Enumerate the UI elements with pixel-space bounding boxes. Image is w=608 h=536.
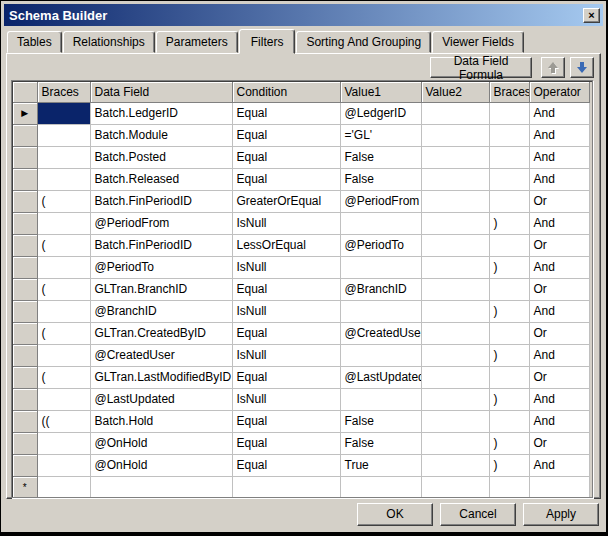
filters-grid[interactable]: BracesData FieldConditionValue1Value2Bra…	[11, 80, 593, 498]
grid-cell-value2[interactable]	[421, 388, 489, 410]
grid-cell-value2[interactable]	[421, 476, 489, 498]
grid-cell-braces-open[interactable]	[37, 476, 90, 498]
row-selector[interactable]	[13, 234, 37, 256]
row-selector[interactable]	[13, 432, 37, 454]
grid-cell-braces-open[interactable]: (	[37, 190, 90, 212]
row-selector[interactable]	[13, 256, 37, 278]
grid-cell-value1[interactable]	[340, 476, 421, 498]
tab-relationships[interactable]: Relationships	[63, 31, 155, 53]
grid-cell-data-field[interactable]: @OnHold	[90, 454, 232, 476]
grid-cell-condition[interactable]: IsNull	[232, 300, 340, 322]
grid-header-value1-4[interactable]: Value1	[340, 82, 421, 102]
grid-cell-braces-close[interactable]: )	[489, 432, 529, 454]
grid-cell-value2[interactable]	[421, 234, 489, 256]
grid-cell-operator[interactable]: Or	[529, 366, 589, 388]
row-selector[interactable]	[13, 322, 37, 344]
tab-parameters[interactable]: Parameters	[156, 31, 238, 53]
row-selector[interactable]	[13, 366, 37, 388]
grid-cell-condition[interactable]: Equal	[232, 102, 340, 124]
grid-cell-condition[interactable]: Equal	[232, 454, 340, 476]
grid-cell-data-field[interactable]: @LastUpdated	[90, 388, 232, 410]
grid-cell-data-field[interactable]: @PeriodTo	[90, 256, 232, 278]
grid-cell-data-field[interactable]	[90, 476, 232, 498]
grid-cell-value1[interactable]	[340, 388, 421, 410]
grid-cell-braces-open[interactable]	[37, 432, 90, 454]
grid-cell-value1[interactable]	[340, 300, 421, 322]
grid-cell-operator[interactable]: And	[529, 300, 589, 322]
tab-sorting-and-grouping[interactable]: Sorting And Grouping	[296, 31, 431, 53]
grid-cell-operator[interactable]: Or	[529, 234, 589, 256]
grid-cell-data-field[interactable]: Batch.Released	[90, 168, 232, 190]
grid-cell-condition[interactable]: IsNull	[232, 344, 340, 366]
grid-cell-condition[interactable]: Equal	[232, 124, 340, 146]
grid-cell-braces-close[interactable]	[489, 322, 529, 344]
grid-cell-value2[interactable]	[421, 366, 489, 388]
grid-cell-value1[interactable]: @LastUpdated	[340, 366, 421, 388]
grid-cell-value1[interactable]: @PeriodTo	[340, 234, 421, 256]
grid-cell-data-field[interactable]: Batch.FinPeriodID	[90, 234, 232, 256]
row-selector[interactable]	[13, 168, 37, 190]
grid-cell-braces-open[interactable]	[37, 212, 90, 234]
grid-cell-operator[interactable]: And	[529, 454, 589, 476]
grid-cell-value2[interactable]	[421, 190, 489, 212]
grid-cell-value1[interactable]: @PeriodFrom	[340, 190, 421, 212]
grid-cell-condition[interactable]: Equal	[232, 410, 340, 432]
move-down-button[interactable]	[570, 57, 594, 78]
grid-cell-value1[interactable]: False	[340, 432, 421, 454]
grid-cell-data-field[interactable]: Batch.Hold	[90, 410, 232, 432]
grid-cell-braces-open[interactable]	[37, 454, 90, 476]
row-selector[interactable]	[13, 124, 37, 146]
grid-cell-braces-open[interactable]	[37, 146, 90, 168]
tab-filters[interactable]: Filters	[239, 29, 296, 54]
grid-cell-value1[interactable]: ='GL'	[340, 124, 421, 146]
grid-cell-data-field[interactable]: @CreatedUser	[90, 344, 232, 366]
row-selector[interactable]	[13, 300, 37, 322]
grid-cell-braces-open[interactable]	[37, 344, 90, 366]
grid-cell-value2[interactable]	[421, 212, 489, 234]
grid-cell-operator[interactable]: Or	[529, 432, 589, 454]
grid-cell-data-field[interactable]: @PeriodFrom	[90, 212, 232, 234]
row-selector[interactable]	[13, 212, 37, 234]
row-selector[interactable]	[13, 278, 37, 300]
grid-cell-condition[interactable]: IsNull	[232, 212, 340, 234]
grid-cell-value2[interactable]	[421, 410, 489, 432]
grid-cell-braces-close[interactable]	[489, 190, 529, 212]
new-row-selector[interactable]: *	[13, 476, 37, 498]
grid-cell-condition[interactable]: IsNull	[232, 256, 340, 278]
grid-cell-value2[interactable]	[421, 168, 489, 190]
cancel-button[interactable]: Cancel	[440, 503, 516, 526]
grid-cell-value1[interactable]: @LedgerID	[340, 102, 421, 124]
tab-viewer-fields[interactable]: Viewer Fields	[432, 31, 524, 53]
grid-cell-operator[interactable]: And	[529, 168, 589, 190]
grid-cell-data-field[interactable]: GLTran.LastModifiedByID	[90, 366, 232, 388]
grid-cell-value1[interactable]: @CreatedUser	[340, 322, 421, 344]
grid-cell-braces-close[interactable]	[489, 366, 529, 388]
grid-cell-braces-close[interactable]	[489, 410, 529, 432]
row-selector[interactable]	[13, 410, 37, 432]
grid-cell-operator[interactable]: And	[529, 410, 589, 432]
grid-cell-braces-close[interactable]	[489, 278, 529, 300]
grid-cell-condition[interactable]: Equal	[232, 432, 340, 454]
grid-cell-braces-open[interactable]: (	[37, 366, 90, 388]
grid-cell-data-field[interactable]: @BranchID	[90, 300, 232, 322]
grid-cell-operator[interactable]: And	[529, 102, 589, 124]
grid-cell-operator[interactable]: And	[529, 344, 589, 366]
grid-cell-braces-open[interactable]: ((	[37, 410, 90, 432]
grid-cell-value2[interactable]	[421, 300, 489, 322]
grid-cell-value1[interactable]	[340, 256, 421, 278]
grid-cell-braces-close[interactable]: )	[489, 454, 529, 476]
grid-cell-data-field[interactable]: Batch.Module	[90, 124, 232, 146]
grid-cell-condition[interactable]: Equal	[232, 146, 340, 168]
grid-cell-braces-close[interactable]	[489, 476, 529, 498]
grid-cell-data-field[interactable]: GLTran.BranchID	[90, 278, 232, 300]
grid-cell-braces-open[interactable]	[37, 124, 90, 146]
grid-cell-value2[interactable]	[421, 432, 489, 454]
grid-cell-value2[interactable]	[421, 454, 489, 476]
grid-cell-operator[interactable]: And	[529, 212, 589, 234]
grid-cell-operator[interactable]: Or	[529, 190, 589, 212]
grid-cell-braces-close[interactable]	[489, 234, 529, 256]
grid-cell-value2[interactable]	[421, 322, 489, 344]
grid-cell-value2[interactable]	[421, 124, 489, 146]
grid-cell-braces-close[interactable]: )	[489, 388, 529, 410]
grid-cell-value1[interactable]: False	[340, 168, 421, 190]
